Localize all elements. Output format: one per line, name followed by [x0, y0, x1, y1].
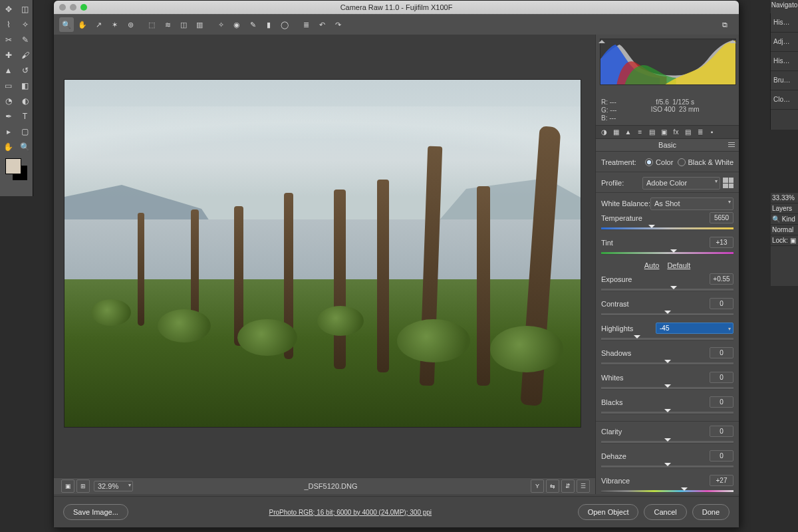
dodge-tool-icon[interactable]: ◐	[17, 94, 33, 108]
whites-slider[interactable]: Whites0	[601, 372, 733, 391]
crop-tool-icon[interactable]: ⬚	[144, 17, 159, 32]
vibrance-slider[interactable]: Vibrance+27	[601, 475, 733, 494]
blur-tool-icon[interactable]: ◔	[0, 94, 17, 108]
tab-fx-icon[interactable]: fx	[670, 127, 682, 137]
zoom-tool-icon[interactable]: 🔍	[59, 17, 74, 32]
gradient-tool-icon[interactable]: ◧	[17, 78, 33, 93]
tab-lens-icon[interactable]: ▣	[658, 127, 670, 137]
tab-cal-icon[interactable]: ▤	[682, 127, 694, 137]
shadows-slider[interactable]: Shadows0	[601, 347, 733, 366]
treatment-bw-label[interactable]: Black & White	[688, 158, 733, 166]
tab-split-icon[interactable]: ▤	[646, 127, 658, 137]
clarity-value[interactable]: 0	[710, 426, 733, 437]
shadow-clip-icon[interactable]	[598, 37, 605, 43]
profile-browser-icon[interactable]	[723, 178, 733, 188]
profile-select[interactable]: Adobe Color	[642, 177, 720, 190]
wb-tool-icon[interactable]: ↗	[91, 17, 106, 32]
navigator-tab[interactable]: Navigato	[771, 0, 798, 14]
workflow-link[interactable]: ProPhoto RGB; 16 bit; 6000 by 4000 (24.0…	[128, 509, 573, 516]
color-sampler-icon[interactable]: ✶	[107, 17, 122, 32]
panel-tab[interactable]: Adj…	[771, 33, 798, 52]
kind-select[interactable]: 🔍 Kind	[771, 214, 798, 225]
panel-tab[interactable]: His…	[771, 52, 798, 71]
contrast-value[interactable]: 0	[710, 298, 733, 309]
tint-slider[interactable]: Tint+13	[601, 237, 733, 256]
shadows-value[interactable]: 0	[710, 347, 733, 358]
history-brush-icon[interactable]: ↺	[17, 63, 33, 78]
histogram[interactable]	[596, 35, 739, 97]
highlight-clip-icon[interactable]	[730, 37, 736, 43]
shape-tool-icon[interactable]: ▢	[17, 124, 33, 139]
eraser-tool-icon[interactable]: ▭	[0, 78, 17, 93]
dehaze-value[interactable]: 0	[710, 450, 733, 462]
clarity-slider[interactable]: Clarity0	[601, 426, 733, 445]
preview-area[interactable]: ▣ ⊞ 32.9% _DSF5120.DNG Y ⇆ ⇵ ☰	[54, 35, 595, 494]
lasso-tool-icon[interactable]: ⌇	[0, 17, 17, 32]
sliders-icon[interactable]: ☰	[577, 479, 590, 493]
open-object-button[interactable]: Open Object	[578, 504, 639, 520]
pen-tool-icon[interactable]: ✒	[0, 109, 17, 124]
treatment-color-label[interactable]: Color	[656, 158, 673, 166]
color-swatches[interactable]	[5, 158, 28, 181]
highlights-value[interactable]: -45	[656, 323, 733, 334]
tab-detail-icon[interactable]: ▲	[622, 127, 634, 137]
compare-y-icon[interactable]: Y	[531, 479, 544, 493]
adjust-brush-icon[interactable]: ✎	[245, 17, 260, 32]
treatment-bw-radio[interactable]	[678, 158, 686, 166]
radial-filter-icon[interactable]: ◯	[277, 17, 292, 32]
temperature-slider[interactable]: Temperature5650	[601, 212, 733, 231]
tab-preset-icon[interactable]: ≣	[694, 127, 706, 137]
save-image-button[interactable]: Save Image...	[63, 504, 128, 520]
dehaze-slider[interactable]: Dehaze0	[601, 450, 733, 469]
zoom-tool-icon[interactable]: 🔍	[17, 140, 33, 154]
transform-icon[interactable]: ◫	[176, 17, 191, 32]
temperature-value[interactable]: 5650	[710, 212, 733, 223]
tab-hsl-icon[interactable]: ≡	[634, 127, 646, 137]
ba-icon[interactable]: ⇵	[561, 479, 575, 493]
grid-view-icon[interactable]: ⊞	[76, 479, 90, 493]
whites-value[interactable]: 0	[710, 372, 733, 383]
fit-view-icon[interactable]: ▣	[61, 479, 74, 493]
brush-tool-icon[interactable]: 🖌	[17, 48, 33, 63]
wand-tool-icon[interactable]: ✧	[17, 17, 33, 32]
swap-icon[interactable]: ⇆	[546, 479, 559, 493]
done-button[interactable]: Done	[692, 504, 730, 520]
cancel-button[interactable]: Cancel	[644, 504, 686, 520]
vibrance-value[interactable]: +27	[710, 475, 733, 486]
tab-basic-icon[interactable]: ◑	[598, 127, 610, 137]
exposure-slider[interactable]: Exposure+0.55	[601, 273, 733, 293]
blend-mode[interactable]: Normal	[771, 225, 798, 235]
contrast-slider[interactable]: Contrast0	[601, 298, 733, 317]
panel-tab[interactable]: Clo…	[771, 90, 798, 110]
tab-snap-icon[interactable]: ▪	[706, 127, 718, 137]
type-tool-icon[interactable]: T	[17, 109, 33, 124]
panel-tab[interactable]: Bru…	[771, 71, 798, 90]
stamp-tool-icon[interactable]: ▲	[0, 63, 17, 78]
crop-tool-icon[interactable]: ✂	[0, 33, 17, 47]
target-adjust-icon[interactable]: ⊚	[123, 17, 138, 32]
panel-tab[interactable]: His…	[771, 13, 798, 33]
blacks-slider[interactable]: Blacks0	[601, 396, 733, 416]
fullscreen-icon[interactable]: ⧉	[718, 17, 732, 32]
straighten-icon[interactable]: ≋	[160, 17, 175, 32]
guided-icon[interactable]: ▥	[192, 17, 207, 32]
blacks-value[interactable]: 0	[710, 396, 733, 408]
exposure-value[interactable]: +0.55	[710, 273, 733, 285]
tint-value[interactable]: +13	[710, 237, 733, 248]
default-link[interactable]: Default	[667, 261, 690, 269]
rotate-ccw-icon[interactable]: ↶	[315, 17, 329, 32]
heal-tool-icon[interactable]: ✚	[0, 48, 17, 63]
auto-link[interactable]: Auto	[644, 261, 660, 269]
grad-filter-icon[interactable]: ▮	[261, 17, 276, 32]
move-tool-icon[interactable]: ✥	[0, 2, 17, 17]
hand-tool-icon[interactable]: ✋	[75, 17, 90, 32]
layers-label[interactable]: Layers	[771, 203, 798, 214]
path-sel-icon[interactable]: ▸	[0, 124, 17, 139]
tab-curve-icon[interactable]: ▦	[610, 127, 622, 137]
zoom-select[interactable]: 32.9%	[94, 481, 133, 491]
hand-tool-icon[interactable]: ✋	[0, 140, 17, 154]
prefs-icon[interactable]: ≣	[299, 17, 313, 32]
eyedrop-tool-icon[interactable]: ✎	[17, 33, 33, 47]
treatment-color-radio[interactable]	[645, 158, 653, 166]
rotate-cw-icon[interactable]: ↷	[331, 17, 345, 32]
